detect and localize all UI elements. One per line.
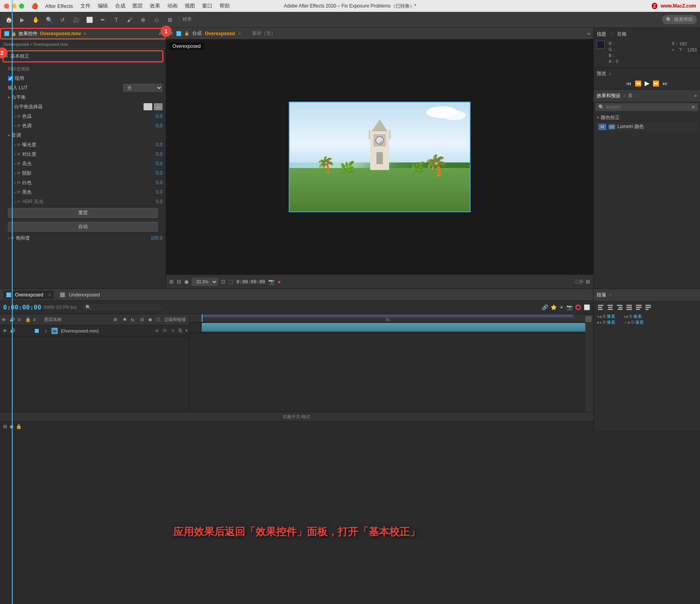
color-temp-value[interactable]: 0.0: [147, 113, 163, 119]
menu-effects[interactable]: 效果: [150, 2, 160, 9]
rect-tool[interactable]: ⬜: [84, 14, 95, 25]
menu-compose[interactable]: 合成: [115, 2, 125, 9]
lumetri-effect-item[interactable]: 32 Sd Lumetri 颜色: [595, 122, 698, 131]
timeline-lock-btn[interactable]: 🔗: [542, 304, 548, 310]
timeline-rect-btn[interactable]: ⬜: [584, 304, 590, 310]
contrast-value[interactable]: 0.0: [147, 151, 163, 157]
auto-button[interactable]: 自动: [8, 222, 158, 232]
shadow-expand[interactable]: ›: [14, 171, 15, 176]
temp-expand[interactable]: ›: [14, 114, 15, 119]
timeline-tab-overexposed[interactable]: Overexposed ≡: [3, 291, 54, 299]
tab-info[interactable]: 信息: [597, 31, 606, 38]
work-area-bar[interactable]: [202, 314, 573, 317]
white-expand[interactable]: ›: [14, 181, 15, 185]
rotate-tool[interactable]: ↺: [57, 14, 68, 25]
align-left-icon[interactable]: [597, 303, 605, 311]
timeline-circle-btn[interactable]: ⭕: [575, 304, 581, 310]
search-clear-icon[interactable]: ✕: [691, 104, 695, 110]
preview-region-btn[interactable]: ⬚: [229, 279, 233, 285]
shadow-value[interactable]: 0.0: [147, 170, 163, 176]
puppet-tool[interactable]: ⊞: [165, 14, 176, 25]
timeline-star-btn[interactable]: ⭐: [551, 304, 557, 310]
timecode-display[interactable]: 0:00:00:00: [3, 304, 41, 311]
step-back-button[interactable]: ⏪: [635, 80, 641, 87]
menu-animation[interactable]: 动画: [167, 2, 178, 9]
ep-menu-btn[interactable]: »: [694, 93, 697, 98]
bottom-render-btn[interactable]: 🔒: [16, 424, 22, 429]
preview-safe-btn[interactable]: ⊟: [177, 279, 181, 285]
input-lut-select[interactable]: 无: [123, 84, 163, 92]
sw-fx[interactable]: /fx: [162, 328, 168, 333]
align-center-icon[interactable]: [606, 303, 614, 311]
layer-circle-icon[interactable]: ⊙: [171, 328, 175, 333]
highlight-expand[interactable]: ›: [14, 162, 15, 166]
parent-dropdown[interactable]: ▾: [185, 328, 188, 333]
preview-expand-btn[interactable]: ⊞: [586, 279, 590, 285]
track-clip-1[interactable]: [202, 323, 585, 332]
go-start-button[interactable]: ⏮: [626, 80, 632, 87]
text-tool[interactable]: T: [111, 14, 122, 25]
list-icon[interactable]: [644, 303, 652, 311]
sat-expand[interactable]: ›: [8, 236, 9, 240]
search-help-box[interactable]: 🔍 搜索帮助: [662, 15, 697, 24]
menu-edit[interactable]: 编辑: [98, 2, 108, 9]
track-scroll-handle[interactable]: [585, 316, 592, 322]
exposure-value[interactable]: 0.0: [147, 142, 163, 147]
black-value[interactable]: 0.0: [147, 189, 163, 195]
ep-tab-library[interactable]: 库: [628, 92, 633, 99]
basic-correction-header[interactable]: ▾ 基本校正: [6, 53, 160, 60]
saturation-value[interactable]: 100.0: [147, 235, 163, 241]
bottom-new-comp-btn[interactable]: ⊞: [3, 424, 7, 429]
tint-expand[interactable]: ›: [14, 124, 15, 128]
eraser-tool[interactable]: ◇: [151, 14, 162, 25]
justify-icon[interactable]: [625, 303, 633, 311]
wb-btn-arrow[interactable]: →: [154, 103, 163, 110]
wb-section-header[interactable]: ▾ 白平衡: [0, 92, 166, 102]
preview-timecode[interactable]: 0:00:00:00: [236, 279, 265, 285]
color-tint-value[interactable]: 0.0: [147, 123, 163, 128]
layer-eye-btn[interactable]: 👁: [2, 328, 8, 333]
camera-tool[interactable]: 🎥: [70, 14, 81, 25]
exp-expand[interactable]: ›: [14, 143, 15, 147]
go-end-button[interactable]: ⏭: [662, 80, 668, 87]
contrast-expand[interactable]: ›: [14, 152, 15, 157]
zoom-tool[interactable]: 🔍: [44, 14, 55, 25]
ep-tab-effects[interactable]: 效果和预设: [597, 92, 621, 99]
preview-camera-btn[interactable]: 📷: [268, 279, 274, 285]
menu-file[interactable]: 文件: [80, 2, 91, 9]
menu-layer[interactable]: 图层: [132, 2, 143, 9]
timeline-solo-btn[interactable]: ☀: [559, 304, 564, 310]
layer-audio-btn[interactable]: 🔊: [9, 328, 16, 333]
close-button[interactable]: [4, 4, 9, 9]
effects-tab-label[interactable]: 效果控件: [19, 30, 38, 37]
play-button[interactable]: ▶: [645, 79, 649, 87]
maximize-button[interactable]: [19, 4, 24, 9]
pen-tool[interactable]: ✒: [97, 14, 108, 25]
white-value[interactable]: 0.0: [147, 180, 163, 185]
bottom-draft-btn[interactable]: ◉: [9, 424, 13, 429]
reset-button[interactable]: 重置: [8, 208, 158, 218]
align-right-icon[interactable]: [616, 303, 624, 311]
sw-anchor[interactable]: ⊕: [154, 328, 160, 333]
preview-fit-btn[interactable]: ⊡: [221, 279, 225, 285]
zoom-selector[interactable]: 33.3%: [192, 278, 218, 286]
menu-window[interactable]: 窗口: [202, 2, 212, 9]
clone-tool[interactable]: ⊕: [138, 14, 149, 25]
tab-audio[interactable]: 音频: [617, 31, 626, 38]
color-correction-category[interactable]: ▾ 颜色校正: [595, 113, 698, 122]
effects-search-input[interactable]: [606, 104, 689, 110]
select-tool[interactable]: ▶: [17, 14, 28, 25]
tone-section-header[interactable]: ▾ 音调: [0, 130, 166, 140]
menu-help[interactable]: 帮助: [219, 2, 230, 9]
timeline-cam-btn[interactable]: 📷: [566, 304, 573, 310]
justify-all-icon[interactable]: [635, 303, 643, 311]
preview-grid-btn[interactable]: ⊞: [169, 279, 174, 285]
preview-mask-btn[interactable]: ◉: [184, 279, 189, 285]
black-expand[interactable]: ›: [14, 190, 15, 194]
switch-toggle-label[interactable]: 切换开关/模式: [283, 414, 310, 420]
timeline-tab-underexposed[interactable]: Underexposed: [57, 291, 103, 299]
hand-tool[interactable]: ✋: [30, 14, 41, 25]
quality-label[interactable]: 二分: [575, 279, 583, 285]
hdr-expand[interactable]: ›: [14, 200, 15, 204]
menu-view[interactable]: 视图: [185, 2, 195, 9]
